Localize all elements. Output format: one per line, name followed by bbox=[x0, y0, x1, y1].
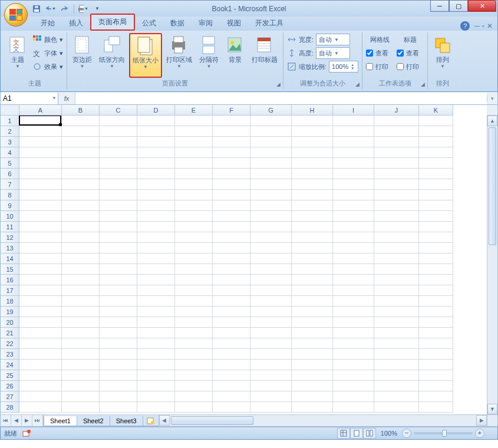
select-all-corner[interactable] bbox=[1, 105, 19, 116]
scroll-left-button[interactable]: ◀ bbox=[159, 415, 170, 426]
minimize-button[interactable]: ─ bbox=[430, 0, 449, 12]
sheet-last-button[interactable]: ⏭ bbox=[32, 415, 43, 426]
zoom-track[interactable] bbox=[414, 432, 473, 434]
row-header-17[interactable]: 17 bbox=[1, 285, 19, 296]
name-box[interactable]: A1 ▼ bbox=[1, 93, 58, 104]
row-header-15[interactable]: 15 bbox=[1, 264, 19, 275]
row-header-19[interactable]: 19 bbox=[1, 307, 19, 317]
row-header-12[interactable]: 12 bbox=[1, 232, 19, 243]
col-header-A[interactable]: A bbox=[19, 105, 62, 116]
headings-print-checkbox[interactable] bbox=[397, 63, 404, 70]
row-header-13[interactable]: 13 bbox=[1, 243, 19, 253]
view-page-break-button[interactable] bbox=[363, 428, 376, 439]
tab-3[interactable]: 公式 bbox=[135, 16, 163, 31]
headings-view-checkbox[interactable] bbox=[397, 50, 404, 57]
scroll-down-button[interactable]: ▼ bbox=[487, 404, 497, 414]
doc-minimize-button[interactable]: ─ bbox=[474, 22, 480, 30]
maximize-button[interactable]: ▢ bbox=[449, 0, 468, 12]
row-header-16[interactable]: 16 bbox=[1, 275, 19, 285]
qat-customize-button[interactable]: ▼ bbox=[92, 4, 103, 14]
print-titles-button[interactable]: 打印标题 bbox=[249, 33, 281, 78]
row-header-18[interactable]: 18 bbox=[1, 296, 19, 307]
qat-save-button[interactable] bbox=[31, 4, 42, 14]
gridlines-print-checkbox[interactable] bbox=[366, 63, 373, 70]
scroll-right-button[interactable]: ▶ bbox=[476, 415, 487, 426]
formula-bar-expand[interactable]: ▾ bbox=[487, 95, 497, 101]
fx-button[interactable]: fx bbox=[61, 95, 72, 102]
row-header-6[interactable]: 6 bbox=[1, 169, 19, 179]
row-header-24[interactable]: 24 bbox=[1, 360, 19, 370]
themes-button[interactable]: 文文 主题 ▼ bbox=[5, 33, 30, 78]
cells-area[interactable] bbox=[19, 116, 487, 414]
qat-undo-button[interactable]: ▼ bbox=[45, 4, 56, 14]
tab-1[interactable]: 插入 bbox=[62, 16, 90, 31]
doc-close-button[interactable]: ✕ bbox=[487, 22, 493, 30]
scale-height-combo[interactable]: 自动▼ bbox=[316, 47, 350, 59]
col-header-F[interactable]: F bbox=[213, 105, 250, 116]
row-header-7[interactable]: 7 bbox=[1, 179, 19, 190]
col-header-C[interactable]: C bbox=[100, 105, 137, 116]
col-header-D[interactable]: D bbox=[137, 105, 175, 116]
background-button[interactable]: 背景 bbox=[223, 33, 248, 78]
new-sheet-button[interactable] bbox=[143, 416, 159, 426]
zoom-in-button[interactable]: + bbox=[475, 429, 484, 438]
col-header-H[interactable]: H bbox=[292, 105, 333, 116]
row-header-23[interactable]: 23 bbox=[1, 349, 19, 360]
page-setup-launcher[interactable]: ◢ bbox=[275, 81, 282, 88]
row-header-28[interactable]: 28 bbox=[1, 402, 19, 413]
row-header-20[interactable]: 20 bbox=[1, 317, 19, 328]
zoom-thumb[interactable] bbox=[442, 430, 447, 437]
help-button[interactable]: ? bbox=[460, 21, 470, 31]
sheet-tab-Sheet2[interactable]: Sheet2 bbox=[77, 416, 110, 426]
theme-effects-button[interactable]: 效果▾ bbox=[31, 60, 64, 73]
sheet-prev-button[interactable]: ◀ bbox=[11, 415, 22, 426]
tab-5[interactable]: 审阅 bbox=[192, 16, 220, 31]
size-button[interactable]: 纸张大小 ▼ bbox=[129, 33, 162, 78]
qat-redo-button[interactable] bbox=[60, 4, 70, 14]
name-box-dropdown[interactable]: ▼ bbox=[52, 95, 57, 101]
office-button[interactable] bbox=[4, 3, 29, 28]
tab-4[interactable]: 数据 bbox=[163, 16, 192, 31]
margins-button[interactable]: 页边距 ▼ bbox=[70, 33, 95, 78]
view-normal-button[interactable] bbox=[337, 428, 350, 439]
theme-fonts-button[interactable]: 文 字体▾ bbox=[31, 47, 64, 60]
col-header-E[interactable]: E bbox=[175, 105, 213, 116]
row-header-2[interactable]: 2 bbox=[1, 126, 19, 137]
gridlines-view-checkbox[interactable] bbox=[366, 50, 373, 57]
tab-0[interactable]: 开始 bbox=[34, 16, 62, 31]
breaks-button[interactable]: 分隔符 ▼ bbox=[196, 33, 222, 78]
row-header-25[interactable]: 25 bbox=[1, 370, 19, 381]
close-button[interactable]: ✕ bbox=[468, 0, 496, 12]
tab-2[interactable]: 页面布局 bbox=[90, 14, 135, 31]
print-area-button[interactable]: 打印区域 ▼ bbox=[163, 33, 195, 78]
row-header-5[interactable]: 5 bbox=[1, 158, 19, 169]
row-header-10[interactable]: 10 bbox=[1, 211, 19, 222]
row-header-4[interactable]: 4 bbox=[1, 147, 19, 158]
row-header-14[interactable]: 14 bbox=[1, 253, 19, 264]
vertical-scroll-thumb[interactable] bbox=[489, 127, 496, 245]
formula-input[interactable] bbox=[75, 93, 487, 104]
scale-percent-spinner[interactable]: 100%▲▼ bbox=[329, 61, 358, 73]
row-header-3[interactable]: 3 bbox=[1, 137, 19, 147]
sheet-tab-Sheet3[interactable]: Sheet3 bbox=[110, 416, 143, 426]
tab-6[interactable]: 视图 bbox=[220, 16, 248, 31]
scale-width-combo[interactable]: 自动▼ bbox=[316, 34, 350, 45]
row-header-22[interactable]: 22 bbox=[1, 338, 19, 349]
row-header-11[interactable]: 11 bbox=[1, 222, 19, 232]
doc-restore-button[interactable]: ▫ bbox=[482, 22, 484, 30]
row-header-21[interactable]: 21 bbox=[1, 328, 19, 338]
sheet-first-button[interactable]: ⏮ bbox=[1, 415, 11, 426]
sheet-next-button[interactable]: ▶ bbox=[22, 415, 32, 426]
row-header-1[interactable]: 1 bbox=[1, 116, 19, 126]
zoom-out-button[interactable]: − bbox=[402, 429, 411, 438]
scale-launcher[interactable]: ◢ bbox=[354, 81, 361, 88]
scroll-up-button[interactable]: ▲ bbox=[487, 116, 497, 126]
row-header-26[interactable]: 26 bbox=[1, 381, 19, 391]
zoom-percent[interactable]: 100% bbox=[381, 430, 397, 437]
qat-print-button[interactable]: ▼ bbox=[78, 4, 88, 14]
vertical-scrollbar[interactable]: ▲ ▼ bbox=[487, 116, 497, 414]
horizontal-scroll-thumb[interactable] bbox=[171, 416, 253, 425]
row-header-27[interactable]: 27 bbox=[1, 391, 19, 402]
sheet-tab-Sheet1[interactable]: Sheet1 bbox=[44, 416, 77, 426]
col-header-B[interactable]: B bbox=[62, 105, 100, 116]
